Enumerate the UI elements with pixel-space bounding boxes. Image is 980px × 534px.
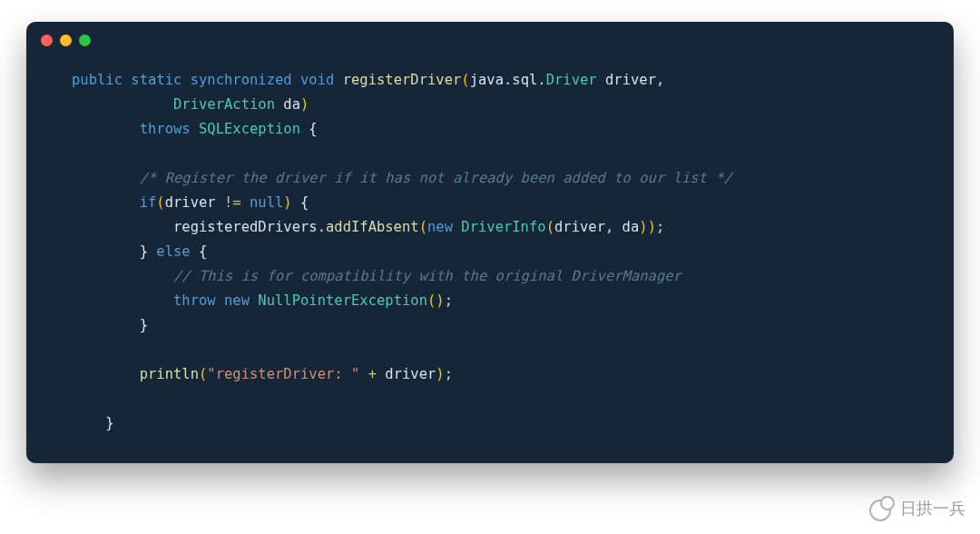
semicolon: ; <box>445 292 453 309</box>
brace-open: { <box>292 194 309 211</box>
indent <box>72 415 105 431</box>
brace-close: } <box>140 243 148 260</box>
obj: registeredDrivers <box>173 219 318 235</box>
indent <box>72 243 140 260</box>
var: driver <box>385 366 436 382</box>
paren-close: ) <box>283 194 291 211</box>
indent <box>72 121 140 137</box>
indent <box>72 194 140 211</box>
kw-new: new <box>427 219 453 235</box>
paren-open: ( <box>199 366 207 382</box>
paren-close: ) <box>300 96 309 113</box>
paren-close: ) <box>436 292 444 309</box>
type: DriverAction <box>173 96 275 113</box>
pkg-sub: sql <box>512 72 537 88</box>
brace-open: { <box>300 121 318 137</box>
brace-close: } <box>105 415 113 431</box>
kw-void: void <box>300 72 334 88</box>
method-call: println <box>140 366 199 382</box>
dot: . <box>537 72 545 88</box>
indent <box>72 317 140 333</box>
string-literal: "registerDriver: " <box>207 366 359 382</box>
pkg: java <box>470 72 504 88</box>
indent <box>72 170 140 186</box>
paren-open: ( <box>156 194 164 211</box>
kw-null: null <box>250 194 283 211</box>
paren-open: ( <box>461 72 469 88</box>
kw-else: else <box>148 243 199 260</box>
paren-close: ) <box>436 366 444 382</box>
method-name: registerDriver <box>343 72 462 88</box>
comment-line: // This is for compatibility with the or… <box>173 268 681 284</box>
kw-public: public <box>72 72 122 88</box>
comment-block: /* Register the driver if it has not alr… <box>140 170 732 186</box>
indent <box>72 219 173 235</box>
traffic-light-minimize-icon[interactable] <box>60 35 72 46</box>
traffic-light-close-icon[interactable] <box>41 35 53 46</box>
comma: , <box>656 72 664 88</box>
code-block: public static synchronized void register… <box>26 55 954 445</box>
method-call: addIfAbsent <box>326 219 419 235</box>
type: Driver <box>546 72 597 88</box>
window-titlebar <box>26 35 954 55</box>
brace-close: } <box>140 317 148 333</box>
args: driver, da <box>554 219 639 235</box>
indent <box>72 96 173 113</box>
brace-open: { <box>199 243 207 260</box>
paren-open: ( <box>546 219 554 235</box>
paren-close: ) <box>639 219 647 235</box>
kw-throws: throws <box>140 121 191 137</box>
paren-close: ) <box>648 219 656 235</box>
kw-if: if <box>140 194 157 211</box>
paren-open: ( <box>419 219 427 235</box>
traffic-light-zoom-icon[interactable] <box>79 35 91 46</box>
semicolon: ; <box>445 366 453 382</box>
indent <box>72 268 173 284</box>
type: DriverInfo <box>453 219 546 235</box>
dot: . <box>318 219 326 235</box>
watermark-text: 日拱一兵 <box>900 498 965 519</box>
kw-static: static <box>131 72 181 88</box>
paren-open: ( <box>427 292 436 309</box>
watermark: 日拱一兵 <box>869 496 965 521</box>
type: SQLException <box>199 121 300 137</box>
type: NullPointerException <box>258 292 427 309</box>
dot: . <box>504 72 512 88</box>
indent <box>72 292 173 309</box>
kw-throw: throw <box>173 292 216 309</box>
indent <box>72 366 140 382</box>
kw-new: new <box>216 292 259 309</box>
code-window: public static synchronized void register… <box>26 22 954 463</box>
wechat-icon <box>869 496 895 521</box>
param: da <box>275 96 300 113</box>
op-ne: != <box>216 194 250 211</box>
semicolon: ; <box>656 219 664 235</box>
var: driver <box>165 194 216 211</box>
param: driver <box>597 72 656 88</box>
kw-synchronized: synchronized <box>191 72 292 88</box>
op-plus: + <box>359 366 385 382</box>
